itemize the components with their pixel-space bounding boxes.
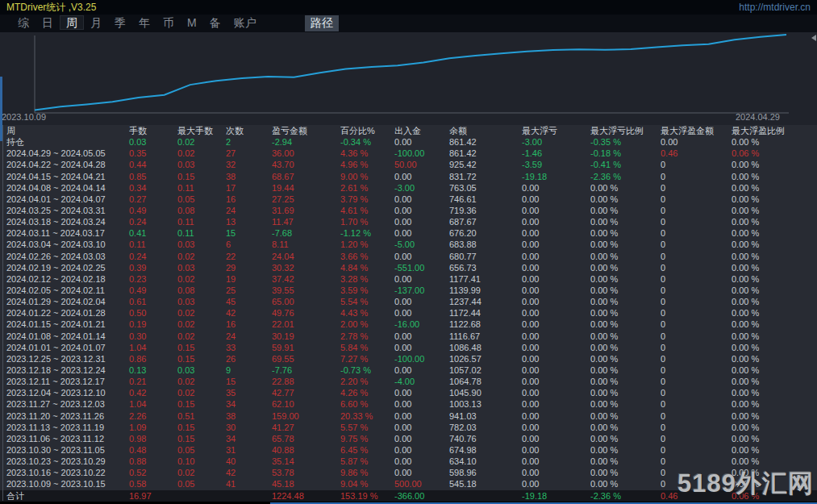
table-cell: 0.00 % <box>732 398 809 410</box>
path-button[interactable]: 路径 <box>305 15 339 31</box>
table-cell: 0.00 <box>522 467 590 478</box>
table-cell: 0.00 <box>522 227 590 239</box>
table-cell: 1045.90 <box>449 387 522 398</box>
mtdriver-window: MTDriver统计 ,V3.25 http://mtdriver.cn 综日周… <box>0 0 817 504</box>
table-cell: 0.00 <box>394 433 449 444</box>
table-cell: 0.00 % <box>590 285 661 296</box>
menu-item-季[interactable]: 季 <box>108 15 132 30</box>
table-cell: 0.00 % <box>732 285 809 296</box>
table-row[interactable]: 2024.04.22 ~ 2024.04.280.440.033243.704.… <box>0 159 817 170</box>
table-cell: 4.61 % <box>340 205 394 216</box>
table-row[interactable]: 2024.04.01 ~ 2024.04.070.270.051627.253.… <box>0 194 817 205</box>
table-cell: 0.44 <box>129 159 177 170</box>
table-cell: 5.87 % <box>340 456 394 467</box>
table-row[interactable]: 2024.01.15 ~ 2024.01.210.190.021622.012.… <box>0 319 817 330</box>
table-cell: 0 <box>661 159 732 170</box>
table-cell: 0.00 <box>394 342 449 353</box>
table-row[interactable]: 2024.02.26 ~ 2024.03.030.240.022224.043.… <box>0 251 817 262</box>
table-cell: 0.00 <box>522 376 590 387</box>
table-cell: 0.00 % <box>590 387 661 398</box>
table-row[interactable]: 2023.11.27 ~ 2023.12.031.040.153462.106.… <box>0 398 817 410</box>
table-cell: 0 <box>661 433 732 444</box>
table-cell: -100.00 <box>394 148 449 159</box>
menu-item-年[interactable]: 年 <box>132 15 156 30</box>
table-row[interactable]: 2024.03.25 ~ 2024.03.310.490.082431.694.… <box>0 205 817 216</box>
table-cell: 763.05 <box>449 182 522 194</box>
table-cell: 0.00 % <box>732 251 809 262</box>
table-cell: 0.00 % <box>732 444 809 456</box>
table-cell: -100.00 <box>394 353 449 364</box>
table-row[interactable]: 2024.02.05 ~ 2024.02.110.490.082539.553.… <box>0 285 817 296</box>
table-row[interactable]: 2024.02.19 ~ 2024.02.250.390.032930.324.… <box>0 262 817 273</box>
table-cell: 2.00 % <box>340 319 394 330</box>
table-cell: 0 <box>661 364 732 376</box>
table-row[interactable]: 2023.11.13 ~ 2023.11.191.090.153041.275.… <box>0 422 817 433</box>
table-cell: 0.02 <box>177 376 226 387</box>
table-cell: 45.18 <box>272 478 340 489</box>
table-row[interactable]: 2024.01.01 ~ 2024.01.071.040.153359.915.… <box>0 342 817 353</box>
table-row[interactable]: 2023.11.06 ~ 2023.11.120.980.153465.789.… <box>0 433 817 444</box>
table-row[interactable]: 2023.10.30 ~ 2023.11.050.480.053140.886.… <box>0 444 817 456</box>
table-cell: 4.96 % <box>340 159 394 170</box>
table-row[interactable]: 2024.04.08 ~ 2024.04.140.340.111719.442.… <box>0 182 817 194</box>
table-cell: 16 <box>226 194 272 205</box>
left-scroll-thumb[interactable] <box>0 77 2 141</box>
table-cell: 0 <box>661 342 732 353</box>
table-row[interactable]: 2024.03.18 ~ 2024.03.240.240.111311.471.… <box>0 216 817 227</box>
table-row[interactable]: 2023.12.11 ~ 2023.12.170.210.021522.882.… <box>0 376 817 387</box>
column-header: 出入金 <box>394 125 449 136</box>
menu-item-周[interactable]: 周 <box>60 15 84 30</box>
chart-scroll-left-icon[interactable] <box>811 35 816 41</box>
table-cell: 9.04 % <box>340 478 394 489</box>
table-cell: 0.00 <box>394 136 449 148</box>
menu-item-币[interactable]: 币 <box>156 15 181 30</box>
table-row[interactable]: 2024.01.08 ~ 2024.01.140.300.022430.192.… <box>0 331 817 342</box>
table-row[interactable]: 2023.11.20 ~ 2023.11.262.260.5138159.002… <box>0 410 817 422</box>
table-cell: 2024.02.19 ~ 2024.02.25 <box>0 262 129 273</box>
table-row[interactable]: 2023.12.25 ~ 2023.12.310.860.152669.557.… <box>0 353 817 364</box>
table-cell: 0.08 <box>177 285 226 296</box>
table-cell: 2023.11.27 ~ 2023.12.03 <box>0 398 129 410</box>
table-cell: 0.00 % <box>590 227 661 239</box>
table-cell: 41.27 <box>272 422 340 433</box>
table-row[interactable]: 2023.12.04 ~ 2023.12.100.420.023542.774.… <box>0 387 817 398</box>
menu-item-日[interactable]: 日 <box>35 15 60 30</box>
table-row[interactable]: 2024.01.29 ~ 2024.02.040.610.034565.005.… <box>0 296 817 307</box>
table-row[interactable]: 2024.03.11 ~ 2024.03.170.410.1115-7.68-1… <box>0 227 817 239</box>
table-cell: 2.61 % <box>340 182 394 194</box>
table-cell: 6.45 % <box>340 444 394 456</box>
table-cell: 0.00 <box>522 296 590 307</box>
table-row[interactable]: 2024.01.22 ~ 2024.01.280.500.024249.764.… <box>0 307 817 319</box>
table-row[interactable]: 2023.12.18 ~ 2023.12.240.130.039-7.76-0.… <box>0 364 817 376</box>
table-cell: 50.00 <box>394 159 449 170</box>
table-cell: 0.00 % <box>590 353 661 364</box>
table-cell: 861.42 <box>449 148 522 159</box>
table-cell: 4.43 % <box>340 307 394 319</box>
table-row[interactable]: 2023.10.23 ~ 2023.10.290.880.104035.145.… <box>0 456 817 467</box>
table-cell: 0 <box>661 273 732 285</box>
table-row[interactable]: 2024.04.15 ~ 2024.04.210.850.153868.679.… <box>0 171 817 182</box>
table-cell: 2024.02.26 ~ 2024.03.03 <box>0 251 129 262</box>
table-row[interactable]: 2024.04.29 ~ 2024.05.050.350.022736.004.… <box>0 148 817 159</box>
table-cell: 0 <box>661 227 732 239</box>
menu-item-账户[interactable]: 账户 <box>227 15 263 30</box>
table-cell: 0.19 <box>129 319 177 330</box>
table-cell: -7.76 <box>272 364 340 376</box>
table-cell: 0.27 <box>129 194 177 205</box>
table-cell: -1.12 % <box>340 227 394 239</box>
table-cell: 0.00 % <box>590 262 661 273</box>
table-row[interactable]: 2024.02.12 ~ 2024.02.180.230.021937.423.… <box>0 273 817 285</box>
menu-item-综[interactable]: 综 <box>11 15 35 30</box>
menu-item-月[interactable]: 月 <box>84 15 108 30</box>
menu-item-M[interactable]: M <box>181 15 203 30</box>
table-row[interactable]: 2024.03.04 ~ 2024.03.100.110.0368.111.20… <box>0 239 817 250</box>
column-header: 最大浮亏比例 <box>590 125 661 136</box>
window-url-link[interactable]: http://mtdriver.cn <box>739 2 811 13</box>
table-cell: 0 <box>661 422 732 433</box>
table-cell: 3.28 % <box>340 273 394 285</box>
chart-start-date-label: 2023.10.09 <box>2 112 46 122</box>
table-cell: 45 <box>226 296 272 307</box>
menu-item-备[interactable]: 备 <box>203 15 227 30</box>
table-cell: 0.00 % <box>732 194 809 205</box>
table-row-position[interactable]: 持仓0.030.022-2.94-0.34 %0.00861.42-3.00-0… <box>0 136 817 148</box>
